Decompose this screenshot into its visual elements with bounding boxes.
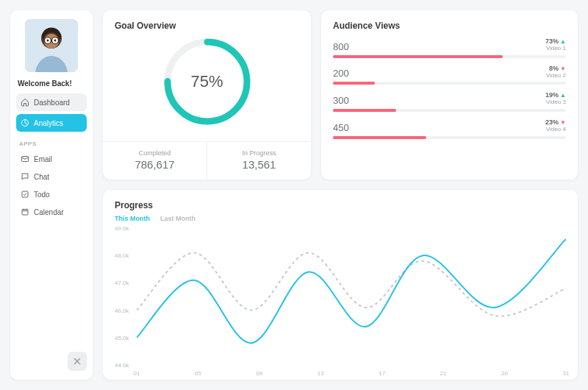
sidebar-item-label: Dashboard [34,99,70,107]
x-tick: 05 [195,370,201,377]
home-icon [21,98,29,107]
svg-point-8 [54,40,57,42]
y-tick: 45.0k [115,334,129,341]
sidebar-item-email[interactable]: Email [16,150,87,168]
y-tick: 48.0k [115,252,129,259]
audience-row: 2008%▼Video 2 [333,65,566,85]
svg-point-7 [47,40,49,42]
inprogress-label: In Progress [207,149,311,157]
sidebar-item-chat[interactable]: Chat [16,168,87,185]
inprogress-value: 13,561 [207,158,311,171]
x-tick: 09 [256,370,262,377]
svg-rect-11 [22,191,28,197]
sidebar-item-todo[interactable]: Todo [16,185,87,203]
tab-last-month[interactable]: Last Month [160,215,196,222]
audience-bar [333,136,566,139]
calendar-icon [21,208,29,216]
audience-label: Video 2 [546,73,566,79]
close-button[interactable] [68,352,87,371]
y-tick: 46.0k [115,307,129,313]
trend-down-icon: ▼ [560,119,566,126]
audience-count: 300 [333,95,349,106]
sidebar-item-label: Analytics [34,119,63,127]
audience-count: 200 [333,68,349,79]
close-icon [74,358,81,365]
avatar[interactable] [25,19,78,72]
sidebar-item-calendar[interactable]: Calendar [16,203,87,221]
goal-title: Goal Overview [115,21,299,31]
y-tick: 44.0k [115,362,129,369]
sidebar: Welcome Back! Dashboard Analytics APPS E… [10,10,93,380]
y-tick: 49.0k [115,225,129,232]
trend-up-icon: ▲ [560,92,566,99]
apps-section-label: APPS [19,141,87,147]
completed-label: Completed [103,149,207,157]
x-tick: 01 [134,370,140,377]
audience-label: Video 4 [545,127,566,133]
x-tick: 13 [318,370,324,377]
x-tick: 26 [501,370,508,377]
analytics-icon [21,118,29,127]
audience-title: Audience Views [333,21,566,31]
tab-this-month[interactable]: This Month [115,215,150,222]
inprogress-stat: In Progress 13,561 [207,142,311,180]
progress-card: Progress This Month Last Month 49.0k48.0… [103,190,578,380]
audience-count: 800 [333,41,349,52]
audience-bar [333,109,566,112]
audience-count: 450 [333,122,349,133]
audience-label: Video 3 [545,99,566,106]
audience-row: 30019%▲Video 3 [333,92,566,112]
y-tick: 47.0k [115,280,129,286]
sidebar-item-dashboard[interactable]: Dashboard [16,93,87,111]
x-tick: 31 [563,370,570,377]
welcome-text: Welcome Back! [18,79,87,88]
sidebar-item-label: Chat [34,173,49,181]
sidebar-item-label: Calendar [34,208,64,216]
completed-value: 786,617 [103,158,207,171]
email-icon [21,155,29,163]
goal-percent: 75% [159,34,255,130]
sidebar-item-label: Email [34,155,52,163]
goal-overview-card: Goal Overview 75% Completed [103,10,311,180]
audience-row: 45023%▼Video 4 [333,119,566,139]
audience-views-card: Audience Views 80073%▲Video 12008%▼Video… [321,10,578,180]
chat-icon [21,172,29,181]
sidebar-item-label: Todo [34,191,50,199]
audience-row: 80073%▲Video 1 [333,38,566,58]
goal-donut: 75% [159,34,255,130]
x-tick: 17 [379,370,385,377]
trend-down-icon: ▼ [560,65,566,72]
trend-up-icon: ▲ [560,38,566,45]
progress-title: Progress [115,200,566,210]
todo-icon [21,190,29,199]
x-tick: 21 [440,370,447,377]
svg-rect-12 [22,210,28,216]
progress-chart: 49.0k48.0k47.0k46.0k45.0k44.0k0105091317… [115,225,566,375]
audience-label: Video 1 [545,46,566,52]
audience-bar [333,55,566,58]
audience-bar [333,82,566,85]
sidebar-item-analytics[interactable]: Analytics [16,114,87,132]
completed-stat: Completed 786,617 [103,142,207,180]
